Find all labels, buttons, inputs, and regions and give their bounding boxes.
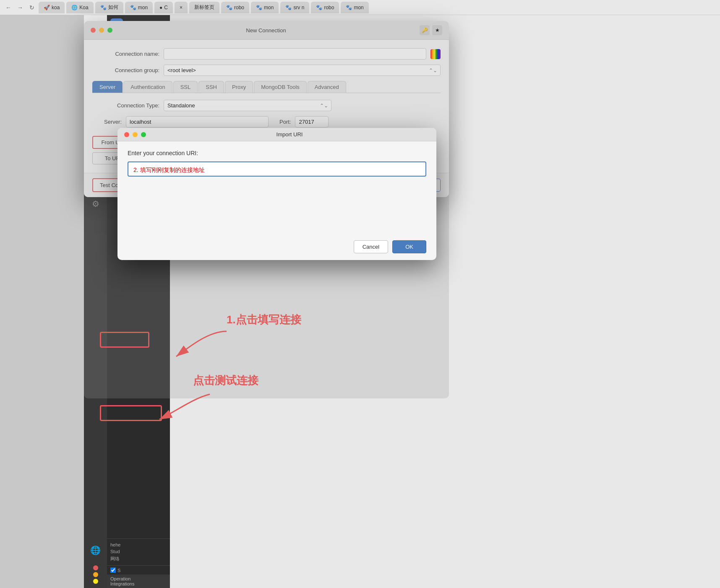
sidebar-studio[interactable]: Stud [110,548,167,555]
sidebar-checkbox-row: S [107,565,170,575]
browser-nav: ← → ↻ [3,3,37,13]
sidebar-bottom: hehe Stud 网络 [107,539,170,565]
back-button[interactable]: ← [3,3,13,13]
browser-tab-robo[interactable]: 🐾 robo [221,2,249,13]
import-footer: Cancel OK [117,235,436,260]
import-uri-dialog: Import URI Enter your connection URI: 2.… [117,128,436,260]
import-ok-button[interactable]: OK [392,240,426,253]
import-dialog-title: Import URI [149,131,430,138]
import-spacer [128,177,426,227]
browser-tab-srv[interactable]: 🐾 srv n [280,2,309,13]
browser-tab-c[interactable]: ● C [154,2,173,13]
tag-orange [93,572,98,577]
sidebar-hehe[interactable]: hehe [110,541,167,548]
integrations-label: Integrations [110,581,167,586]
browser-tab-koa[interactable]: 🚀 koa [39,2,65,13]
tag-yellow [93,579,98,584]
import-tl-red[interactable] [124,132,129,137]
refresh-button[interactable]: ↻ [27,3,37,13]
import-titlebar: Import URI [117,128,436,141]
browser-tab-koa2[interactable]: 🌐 Koa [66,2,93,13]
import-body: Enter your connection URI: 2. 填写刚刚复制的连接地… [117,141,436,235]
forward-button[interactable]: → [15,3,25,13]
browser-tab-mon2[interactable]: 🐾 mon [251,2,279,13]
browser-tab-close[interactable]: × [175,2,188,13]
import-uri-input[interactable] [128,161,426,177]
nav-icon-network[interactable]: 🌐 [87,542,104,559]
sidebar-operation: Operation Integrations [107,575,170,588]
browser-tab-mon3[interactable]: 🐾 mon [341,2,368,13]
browser-tab-newtab[interactable]: 新标签页 [189,2,219,13]
import-tl-yellow[interactable] [133,132,138,137]
sidebar-checkbox[interactable] [110,567,116,573]
browser-tabbar: ← → ↻ 🚀 koa 🌐 Koa 🐾 如何 🐾 mon ● C × 新标签页 … [0,0,720,15]
operation-label: Operation [110,576,167,581]
tag-red [93,565,98,570]
import-tl-green[interactable] [141,132,146,137]
sidebar-network[interactable]: 网络 [110,555,167,563]
import-cancel-button[interactable]: Cancel [354,240,388,253]
browser-tab-mon[interactable]: 🐾 mon [125,2,153,13]
sidebar-s-label: S [117,568,120,573]
import-prompt-label: Enter your connection URI: [128,150,426,156]
browser-tab-ruhe[interactable]: 🐾 如何 [95,2,123,13]
browser-tab-robo2[interactable]: 🐾 robo [311,2,339,13]
